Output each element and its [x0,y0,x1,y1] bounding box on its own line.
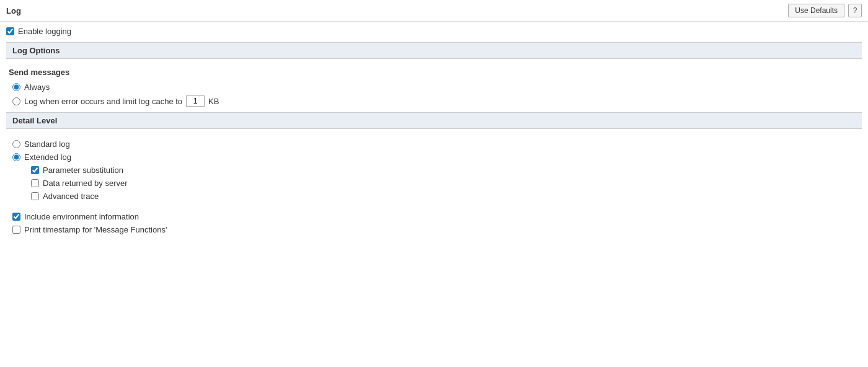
always-radio-label[interactable]: Always [12,82,50,92]
always-radio-row: Always [6,81,862,94]
help-button[interactable]: ? [848,4,862,17]
log-cache-input[interactable] [186,95,205,107]
bottom-checkboxes: Include environment information Print ti… [6,210,862,236]
always-radio[interactable] [12,83,20,91]
data-returned-checkbox[interactable] [31,179,39,187]
cache-unit-label: KB [208,97,219,106]
page-header: Log Use Defaults ? [0,0,868,22]
enable-logging-label[interactable]: Enable logging [18,27,71,36]
log-when-error-radio[interactable] [12,97,20,105]
print-timestamp-label[interactable]: Print timestamp for 'Message Functions' [12,225,167,234]
log-options-content: Send messages Always Log when error occu… [6,64,862,112]
print-timestamp-row: Print timestamp for 'Message Functions' [6,223,862,236]
print-timestamp-checkbox[interactable] [12,226,20,234]
data-returned-row: Data returned by server [25,177,862,190]
detail-level-section-header: Detail Level [6,112,862,129]
param-sub-checkbox[interactable] [31,166,39,174]
include-env-checkbox[interactable] [12,213,20,221]
log-when-error-text: Log when error occurs and limit log cach… [24,97,182,106]
data-returned-label[interactable]: Data returned by server [31,179,128,188]
send-messages-label: Send messages [6,68,862,77]
page-content: Enable logging Log Options Send messages… [0,22,868,241]
enable-logging-checkbox[interactable] [6,27,14,35]
advanced-trace-row: Advanced trace [25,190,862,203]
param-sub-text: Parameter substitution [43,166,123,175]
standard-log-label[interactable]: Standard log [12,139,70,149]
header-actions: Use Defaults ? [788,4,862,17]
enable-logging-row: Enable logging [6,27,862,36]
advanced-trace-text: Advanced trace [43,192,99,201]
advanced-trace-checkbox[interactable] [31,192,39,200]
use-defaults-button[interactable]: Use Defaults [788,4,844,17]
extended-log-options: Parameter substitution Data returned by … [6,164,862,203]
log-options-section-header: Log Options [6,42,862,59]
log-when-error-label[interactable]: Log when error occurs and limit log cach… [24,97,182,106]
standard-log-row: Standard log [6,138,862,151]
detail-level-content: Standard log Extended log Parameter subs… [6,134,862,206]
extended-log-label[interactable]: Extended log [12,153,71,162]
print-timestamp-text: Print timestamp for 'Message Functions' [24,225,167,234]
param-sub-label[interactable]: Parameter substitution [31,166,123,175]
standard-log-radio[interactable] [12,140,20,148]
data-returned-text: Data returned by server [43,179,128,188]
extended-log-radio[interactable] [12,153,20,161]
include-env-row: Include environment information [6,210,862,223]
extended-log-text: Extended log [24,153,71,162]
advanced-trace-label[interactable]: Advanced trace [31,192,99,201]
extended-log-row: Extended log [6,151,862,164]
page-title: Log [6,6,21,15]
always-label-text: Always [24,82,50,92]
log-when-error-row: Log when error occurs and limit log cach… [6,94,862,108]
param-sub-row: Parameter substitution [25,164,862,177]
include-env-text: Include environment information [24,212,139,221]
standard-log-text: Standard log [24,139,70,149]
include-env-label[interactable]: Include environment information [12,212,139,221]
